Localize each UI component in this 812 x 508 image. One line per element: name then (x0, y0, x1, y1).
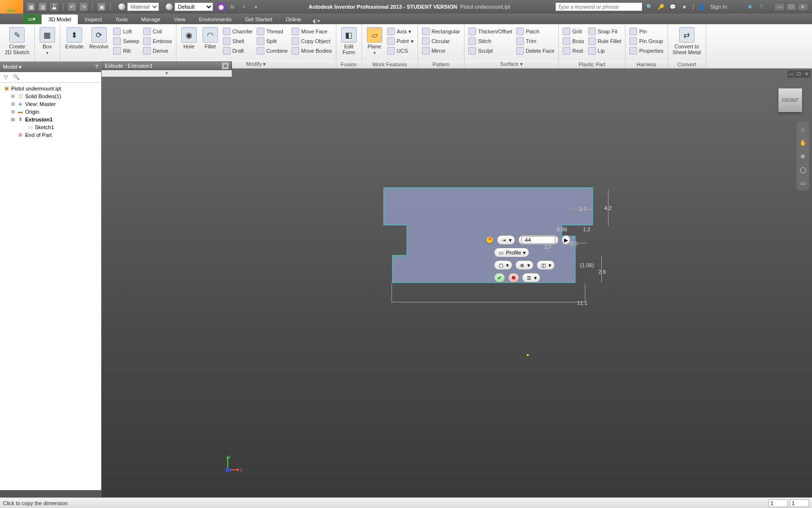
tree-node-extrusion[interactable]: ⊟⬍Extrusion1 (1, 116, 100, 123)
coil-button[interactable]: Coil (142, 27, 173, 36)
qat-dropdown-icon[interactable]: ▾ (252, 3, 260, 11)
save-icon[interactable]: 💾 (50, 3, 58, 11)
tree-node[interactable]: ⊞▬Origin (1, 108, 100, 116)
comm-icon[interactable]: 💬 (669, 3, 676, 10)
search-input[interactable] (555, 2, 642, 11)
select-icon[interactable]: ▣ (98, 3, 105, 11)
edit-form-button[interactable]: ◧Edit Form (339, 26, 359, 56)
rest-button[interactable]: Rest (562, 46, 585, 55)
move-face-button[interactable]: Move Face (290, 27, 333, 36)
extrude-dialog-expand[interactable] (102, 70, 232, 77)
browser-header[interactable]: Model ▾? (0, 61, 101, 72)
extent-dropdown[interactable]: ◫▾ (536, 260, 555, 270)
ucs-button[interactable]: UCS (386, 46, 415, 55)
dialog-close-icon[interactable]: ✕ (222, 62, 229, 69)
tab-environments[interactable]: Environments (192, 15, 238, 24)
snapfit-button[interactable]: Snap Fit (587, 27, 623, 36)
tab-get-started[interactable]: Get Started (238, 15, 279, 24)
color-icon[interactable]: ⬤ (217, 3, 225, 11)
exchange-icon[interactable]: ✖ (746, 3, 753, 10)
shell-button[interactable]: Shell (222, 37, 254, 45)
close-button[interactable]: ✕ (798, 3, 808, 11)
tree-node[interactable]: ⊞◈View: Master (1, 100, 100, 108)
pin-button[interactable]: Pin (628, 27, 664, 36)
pingroup-button[interactable]: Pin Group (628, 37, 664, 45)
tab-view[interactable]: View (167, 15, 192, 24)
dimension[interactable]: 0.86 (557, 226, 567, 232)
direction-dropdown[interactable]: ⇥▾ (497, 235, 515, 245)
dimension[interactable]: 11.1 (577, 300, 587, 306)
circular-button[interactable]: Circular (421, 37, 461, 45)
dimension[interactable]: (1.06) (580, 262, 594, 268)
vp-minimize-icon[interactable]: — (788, 71, 795, 77)
app-icon[interactable]: PRO (0, 0, 23, 14)
ribbon-options-icon[interactable]: ◐▾ (313, 18, 320, 24)
rectangular-button[interactable]: Rectangular (421, 27, 461, 36)
sweep-button[interactable]: Sweep (112, 37, 140, 45)
distance-input[interactable] (518, 235, 559, 245)
boss-button[interactable]: Boss (562, 37, 585, 45)
filter-icon[interactable]: ▽ (2, 74, 10, 81)
undo-icon[interactable]: ↶ (68, 3, 76, 11)
status-field-2[interactable] (790, 499, 809, 507)
arrow-button[interactable]: ▶ (562, 235, 570, 245)
copy-object-button[interactable]: Copy Object (290, 37, 333, 45)
maximize-button[interactable]: ☐ (786, 3, 797, 11)
output-dropdown[interactable]: ▢▾ (494, 260, 512, 270)
lip-button[interactable]: Lip (587, 46, 623, 55)
view-cube[interactable]: FRONT (778, 88, 802, 112)
binoculars-icon[interactable]: 🔍 (646, 3, 653, 10)
delete-face-button[interactable]: Delete Face (515, 46, 555, 55)
fx-icon[interactable]: fx (229, 3, 236, 11)
axis-button[interactable]: Axis ▾ (386, 27, 415, 36)
combine-button[interactable]: Combine (256, 46, 289, 55)
minimize-button[interactable]: — (774, 3, 785, 11)
browser-help-icon[interactable]: ? (95, 64, 98, 70)
plane-button[interactable]: ▱Plane▾ (365, 26, 384, 57)
thread-button[interactable]: Thread (256, 27, 289, 36)
profile-button[interactable]: ▭Profile ▾ (494, 248, 529, 257)
key-icon[interactable]: 🔑 (658, 3, 665, 10)
zoom-icon[interactable]: ⊕ (798, 152, 807, 161)
dimension[interactable]: 2.5 (570, 240, 578, 246)
point-button[interactable]: Point ▾ (386, 37, 415, 45)
hole-button[interactable]: ◉Hole (179, 26, 199, 50)
signin-link[interactable]: Sign In (710, 4, 727, 10)
split-button[interactable]: Split (256, 37, 289, 45)
tree-node-eop[interactable]: ⊘End of Part (1, 131, 100, 139)
tree-root[interactable]: ▣Pistol undermount.ipt (1, 85, 100, 92)
home-icon[interactable]: ⌂ (798, 125, 807, 134)
help-icon[interactable]: ? (758, 3, 765, 10)
tab-online[interactable]: Online (279, 15, 308, 24)
tab-file[interactable]: ▭▾ (23, 14, 41, 24)
more-dropdown[interactable]: ☰▾ (522, 273, 540, 283)
thicken-button[interactable]: Thicken/Offset (467, 27, 513, 36)
extrude-button[interactable]: ⬍Extrude (63, 26, 86, 50)
revolve-button[interactable]: ⟳Revolve (87, 26, 111, 50)
tab-3d-model[interactable]: 3D Model (42, 15, 78, 24)
draft-button[interactable]: Draft (222, 46, 254, 55)
extrude-dialog-header[interactable]: Extrude : Extrusion1 ✕ (102, 61, 232, 70)
rib-button[interactable]: Rib (112, 46, 140, 55)
pan-icon[interactable]: ✋ (798, 138, 807, 147)
tree-node-sketch[interactable]: ▭Sketch1 (1, 123, 100, 131)
grill-button[interactable]: Grill (562, 27, 585, 36)
viewport[interactable]: — ☐ ✕ FRONT ⌂ ✋ ⊕ ◯ ▭ 4.2 2.7 0.86 1.2 2… (102, 69, 812, 497)
find-icon[interactable]: 🔍 (13, 74, 20, 81)
emboss-button[interactable]: Emboss (142, 37, 173, 45)
vp-close-icon[interactable]: ✕ (803, 71, 810, 77)
derive-button[interactable]: Derive (142, 46, 173, 55)
vp-restore-icon[interactable]: ☐ (796, 71, 802, 77)
tab-inspect[interactable]: Inspect (78, 15, 108, 24)
sculpt-button[interactable]: Sculpt (467, 46, 513, 55)
dimension[interactable]: 1.2 (583, 226, 590, 232)
move-bodies-button[interactable]: Move Bodies (290, 46, 333, 55)
trim-button[interactable]: Trim (515, 37, 555, 45)
status-field-1[interactable] (768, 499, 788, 507)
rulefillet-button[interactable]: Rule Fillet (587, 37, 623, 45)
operation-dropdown[interactable]: ⊕▾ (515, 260, 534, 270)
box-button[interactable]: ▦Box▾ (38, 26, 57, 57)
stitch-button[interactable]: Stitch (467, 37, 513, 45)
new-icon[interactable]: ▦ (27, 3, 35, 11)
create-2d-sketch-button[interactable]: ✎Create 2D Sketch (3, 26, 31, 56)
